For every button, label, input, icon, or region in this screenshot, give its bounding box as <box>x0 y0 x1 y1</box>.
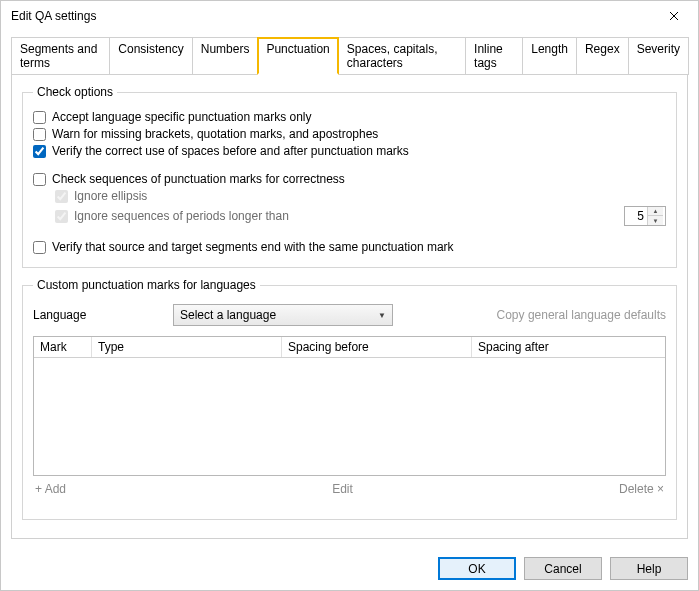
tab-severity[interactable]: Severity <box>628 37 689 75</box>
dialog-buttons: OK Cancel Help <box>1 547 698 590</box>
tab-numbers[interactable]: Numbers <box>192 37 259 75</box>
accept-lang-specific-label: Accept language specific punctuation mar… <box>52 110 311 124</box>
check-options-group: Check options Accept language specific p… <box>22 85 677 268</box>
title-bar: Edit QA settings <box>1 1 698 31</box>
period-seq-value[interactable] <box>625 209 647 223</box>
table-body <box>34 358 665 475</box>
tab-punctuation[interactable]: Punctuation <box>257 37 338 75</box>
help-button[interactable]: Help <box>610 557 688 580</box>
period-seq-spinner[interactable]: ▲ ▼ <box>624 206 666 226</box>
ignore-ellipsis-checkbox <box>55 190 68 203</box>
custom-marks-group: Custom punctuation marks for languages L… <box>22 278 677 520</box>
language-selected-value: Select a language <box>180 308 276 322</box>
custom-marks-legend: Custom punctuation marks for languages <box>33 278 260 292</box>
chevron-down-icon: ▼ <box>378 311 386 320</box>
close-button[interactable] <box>654 2 694 30</box>
check-sequences-checkbox[interactable] <box>33 173 46 186</box>
edit-button[interactable]: Edit <box>332 482 353 496</box>
tab-strip: Segments and terms Consistency Numbers P… <box>11 37 688 75</box>
spinner-buttons: ▲ ▼ <box>647 207 663 225</box>
window-title: Edit QA settings <box>11 9 96 23</box>
ignore-period-seq-checkbox <box>55 210 68 223</box>
tab-inline-tags[interactable]: Inline tags <box>465 37 523 75</box>
table-buttons: + Add Edit Delete × <box>35 482 664 496</box>
ignore-ellipsis-label: Ignore ellipsis <box>74 189 147 203</box>
col-spacing-before[interactable]: Spacing before <box>282 337 472 357</box>
tab-length[interactable]: Length <box>522 37 577 75</box>
delete-button[interactable]: Delete × <box>619 482 664 496</box>
close-icon <box>669 11 679 21</box>
col-type[interactable]: Type <box>92 337 282 357</box>
verify-end-punct-checkbox[interactable] <box>33 241 46 254</box>
col-mark[interactable]: Mark <box>34 337 92 357</box>
verify-spaces-checkbox[interactable] <box>33 145 46 158</box>
ok-button[interactable]: OK <box>438 557 516 580</box>
verify-spaces-label: Verify the correct use of spaces before … <box>52 144 409 158</box>
table-header: Mark Type Spacing before Spacing after <box>34 337 665 358</box>
add-button[interactable]: + Add <box>35 482 66 496</box>
copy-defaults-link[interactable]: Copy general language defaults <box>497 308 666 322</box>
cancel-button[interactable]: Cancel <box>524 557 602 580</box>
check-sequences-label: Check sequences of punctuation marks for… <box>52 172 345 186</box>
dialog-window: Edit QA settings Segments and terms Cons… <box>0 0 699 591</box>
warn-missing-brackets-label: Warn for missing brackets, quotation mar… <box>52 127 378 141</box>
language-label: Language <box>33 308 173 322</box>
tab-segments-and-terms[interactable]: Segments and terms <box>11 37 110 75</box>
marks-table: Mark Type Spacing before Spacing after <box>33 336 666 476</box>
accept-lang-specific-checkbox[interactable] <box>33 111 46 124</box>
language-select[interactable]: Select a language ▼ <box>173 304 393 326</box>
ignore-period-seq-label: Ignore sequences of periods longer than <box>74 209 289 223</box>
check-options-legend: Check options <box>33 85 117 99</box>
spinner-up[interactable]: ▲ <box>648 207 663 216</box>
tab-spaces-capitals-characters[interactable]: Spaces, capitals, characters <box>338 37 466 75</box>
col-spacing-after[interactable]: Spacing after <box>472 337 665 357</box>
verify-end-punct-label: Verify that source and target segments e… <box>52 240 454 254</box>
content-pane: Check options Accept language specific p… <box>11 75 688 539</box>
warn-missing-brackets-checkbox[interactable] <box>33 128 46 141</box>
tab-consistency[interactable]: Consistency <box>109 37 192 75</box>
tab-regex[interactable]: Regex <box>576 37 629 75</box>
spinner-down[interactable]: ▼ <box>648 216 663 225</box>
